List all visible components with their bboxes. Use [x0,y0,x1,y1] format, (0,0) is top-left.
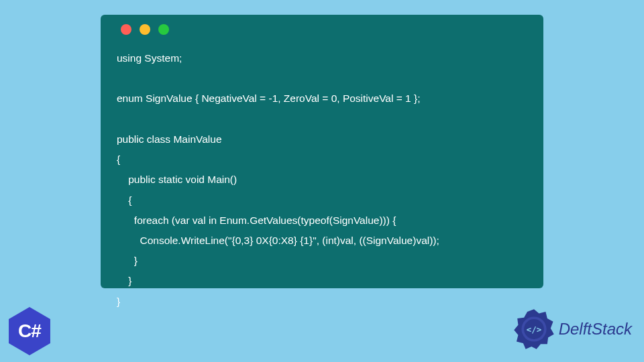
code-line: } [117,275,131,286]
code-line: enum SignValue { NegativeVal = -1, ZeroV… [117,93,421,104]
csharp-hexagon-icon: C# [5,307,54,355]
code-line: using System; [117,52,182,64]
code-line: } [117,296,120,307]
code-line: public class MainValue [117,133,222,145]
code-line: } [117,255,138,266]
code-line: public static void Main() [117,174,237,185]
csharp-badge: C# [5,307,54,355]
code-line: { [117,194,131,206]
svg-text:</>: </> [526,324,541,335]
code-line: foreach (var val in Enum.GetValues(typeo… [117,215,396,226]
maximize-icon[interactable] [158,24,169,35]
code-line: Console.WriteLine("{0,3} 0X{0:X8} {1}", … [117,235,439,246]
code-line: { [117,154,120,165]
code-block: using System; enum SignValue { NegativeV… [117,48,527,312]
delftstack-label: DelftStack [559,320,632,339]
minimize-icon[interactable] [140,24,150,35]
window-controls [121,24,527,35]
gear-icon: </> [513,308,555,350]
csharp-label: C# [18,320,41,342]
close-icon[interactable] [121,24,131,35]
code-window: using System; enum SignValue { NegativeV… [101,15,543,288]
delftstack-logo: </> DelftStack [513,308,632,350]
